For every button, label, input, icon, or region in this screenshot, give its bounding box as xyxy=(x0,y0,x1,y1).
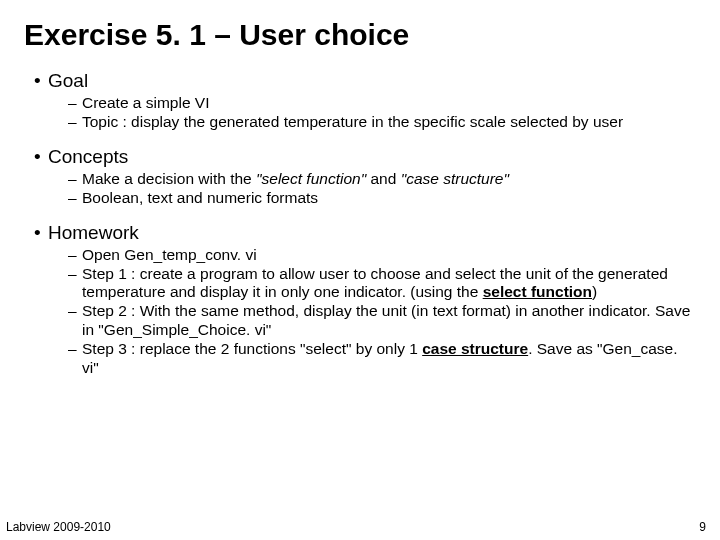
section-goal: • Goal xyxy=(34,70,696,92)
section-heading: Homework xyxy=(48,222,139,244)
dash-icon: – xyxy=(68,170,82,189)
item-text: Step 1 : create a program to allow user … xyxy=(82,265,696,303)
text-run: ) xyxy=(592,283,597,300)
slide-number: 9 xyxy=(699,520,706,534)
bullet-icon: • xyxy=(34,146,48,168)
italic-text: "select function" xyxy=(256,170,366,187)
text-run: and xyxy=(366,170,400,187)
bullet-icon: • xyxy=(34,70,48,92)
dash-icon: – xyxy=(68,340,82,378)
item-text: Boolean, text and numeric formats xyxy=(82,189,696,208)
dash-icon: – xyxy=(68,113,82,132)
list-item: – Open Gen_temp_conv. vi xyxy=(68,246,696,265)
text-run: Make a decision with the xyxy=(82,170,256,187)
list-item: – Create a simple VI xyxy=(68,94,696,113)
italic-text: "case structure" xyxy=(401,170,509,187)
list-item: – Step 2 : With the same method, display… xyxy=(68,302,696,340)
slide-title: Exercise 5. 1 – User choice xyxy=(24,18,696,52)
homework-items: – Open Gen_temp_conv. vi – Step 1 : crea… xyxy=(68,246,696,378)
dash-icon: – xyxy=(68,265,82,303)
footer-left: Labview 2009-2010 xyxy=(6,520,111,534)
list-item: – Make a decision with the "select funct… xyxy=(68,170,696,189)
item-text: Create a simple VI xyxy=(82,94,696,113)
dash-icon: – xyxy=(68,246,82,265)
dash-icon: – xyxy=(68,302,82,340)
list-item: – Topic : display the generated temperat… xyxy=(68,113,696,132)
dash-icon: – xyxy=(68,94,82,113)
list-item: – Step 1 : create a program to allow use… xyxy=(68,265,696,303)
underline-bold-text: select function xyxy=(483,283,592,300)
goal-items: – Create a simple VI – Topic : display t… xyxy=(68,94,696,132)
section-heading: Concepts xyxy=(48,146,128,168)
item-text: Step 2 : With the same method, display t… xyxy=(82,302,696,340)
underline-bold-text: case structure xyxy=(422,340,528,357)
section-concepts: • Concepts xyxy=(34,146,696,168)
list-item: – Boolean, text and numeric formats xyxy=(68,189,696,208)
concepts-items: – Make a decision with the "select funct… xyxy=(68,170,696,208)
dash-icon: – xyxy=(68,189,82,208)
section-homework: • Homework xyxy=(34,222,696,244)
slide: Exercise 5. 1 – User choice • Goal – Cre… xyxy=(0,0,720,540)
item-text: Make a decision with the "select functio… xyxy=(82,170,696,189)
item-text: Open Gen_temp_conv. vi xyxy=(82,246,696,265)
bullet-icon: • xyxy=(34,222,48,244)
item-text: Step 3 : replace the 2 functions "select… xyxy=(82,340,696,378)
list-item: – Step 3 : replace the 2 functions "sele… xyxy=(68,340,696,378)
section-heading: Goal xyxy=(48,70,88,92)
item-text: Topic : display the generated temperatur… xyxy=(82,113,696,132)
text-run: Step 3 : replace the 2 functions "select… xyxy=(82,340,422,357)
